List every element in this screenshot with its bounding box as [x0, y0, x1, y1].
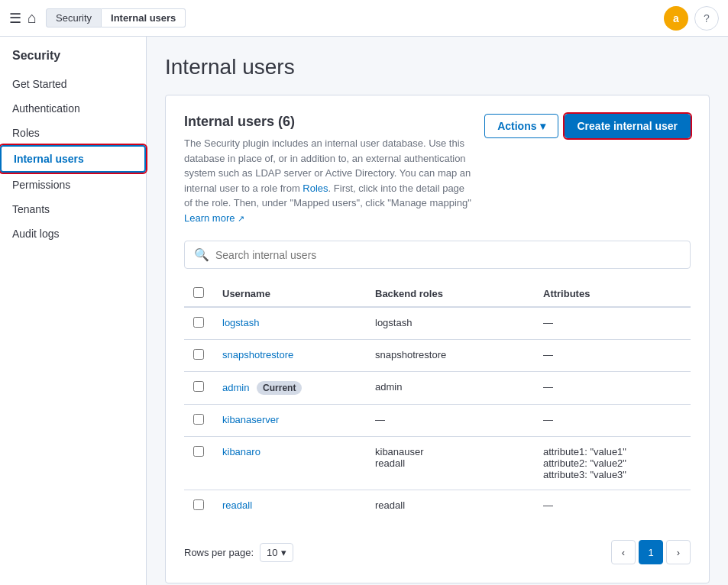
user-link-kibanaro[interactable]: kibanaro: [222, 446, 260, 457]
content-card: Internal users (6) The Security plugin i…: [165, 95, 710, 583]
row-checkbox-cell: [184, 437, 213, 490]
main-content: Internal users Internal users (6) The Se…: [147, 37, 728, 585]
actions-button[interactable]: Actions ▾: [484, 114, 558, 138]
next-page-button[interactable]: ›: [666, 540, 691, 564]
rows-per-page-label: Rows per page:: [184, 547, 254, 558]
rows-per-page-value: 10: [267, 547, 277, 558]
username-cell: logstash: [213, 307, 366, 340]
learn-more-link[interactable]: Learn more: [184, 212, 235, 224]
attributes-cell: —: [534, 405, 691, 437]
rows-per-page: Rows per page: 10 ▾: [184, 543, 293, 562]
sidebar-title: Security: [0, 49, 146, 72]
search-input[interactable]: [215, 249, 681, 261]
card-description: The Security plugin includes an internal…: [184, 136, 472, 225]
backend-roles-cell: —: [366, 405, 534, 437]
username-cell: admin Current: [213, 372, 366, 405]
row-checkbox-cell: [184, 340, 213, 372]
table-row: readall readall —: [184, 490, 691, 522]
row-checkbox[interactable]: [193, 349, 204, 360]
page-1-button[interactable]: 1: [639, 540, 663, 564]
sidebar: Security Get Started Authentication Role…: [0, 37, 147, 585]
user-link-logstash[interactable]: logstash: [222, 317, 259, 328]
backend-roles-cell: readall: [366, 490, 534, 522]
backend-roles-cell: snapshotrestore: [366, 340, 534, 372]
backend-roles-cell: kibanauser readall: [366, 437, 534, 490]
avatar[interactable]: a: [664, 6, 688, 31]
breadcrumb-security[interactable]: Security: [46, 8, 102, 27]
search-bar: 🔍: [184, 241, 691, 269]
chevron-down-icon: ▾: [540, 120, 545, 132]
row-checkbox-cell: [184, 490, 213, 522]
create-internal-user-button[interactable]: Create internal user: [565, 114, 691, 138]
row-checkbox[interactable]: [193, 499, 204, 510]
hamburger-icon[interactable]: ☰: [9, 10, 21, 27]
user-link-kibanaserver[interactable]: kibanaserver: [222, 414, 279, 425]
external-link-icon: ↗: [238, 214, 244, 223]
table-row: kibanaserver — —: [184, 405, 691, 437]
username-cell: readall: [213, 490, 366, 522]
username-cell: kibanaro: [213, 437, 366, 490]
search-icon: 🔍: [194, 247, 209, 262]
attributes-cell: —: [534, 372, 691, 405]
row-checkbox-cell: [184, 405, 213, 437]
layout: Security Get Started Authentication Role…: [0, 37, 728, 585]
card-header-actions: Actions ▾ Create internal user: [484, 114, 691, 138]
pagination: Rows per page: 10 ▾ ‹ 1 ›: [184, 534, 691, 564]
attributes-cell: —: [534, 340, 691, 372]
table-col-backend-roles: Backend roles: [366, 281, 534, 307]
backend-roles-cell: logstash: [366, 307, 534, 340]
row-checkbox[interactable]: [193, 446, 204, 457]
attributes-cell: —: [534, 307, 691, 340]
sidebar-item-audit-logs[interactable]: Audit logs: [0, 221, 146, 246]
top-nav: ☰ ⌂ Security Internal users a ?: [0, 0, 728, 37]
table-row: kibanaro kibanauser readall attribute1: …: [184, 437, 691, 490]
page-title: Internal users: [165, 55, 710, 79]
home-icon[interactable]: ⌂: [28, 9, 37, 27]
row-checkbox[interactable]: [193, 317, 204, 328]
table-row: admin Current admin —: [184, 372, 691, 405]
table-row: logstash logstash —: [184, 307, 691, 340]
user-link-admin[interactable]: admin: [222, 382, 249, 393]
sidebar-item-authentication[interactable]: Authentication: [0, 96, 146, 121]
table-body: logstash logstash — snapshotrestore: [184, 307, 691, 522]
prev-page-button[interactable]: ‹: [611, 540, 636, 564]
help-icon[interactable]: ?: [694, 6, 719, 31]
row-checkbox[interactable]: [193, 414, 204, 425]
page-controls: ‹ 1 ›: [611, 540, 691, 564]
sidebar-item-internal-users[interactable]: Internal users: [0, 145, 146, 173]
sidebar-item-tenants[interactable]: Tenants: [0, 197, 146, 221]
current-badge: Current: [257, 381, 302, 395]
select-all-checkbox[interactable]: [193, 287, 204, 298]
card-title: Internal users (6): [184, 114, 472, 130]
username-cell: kibanaserver: [213, 405, 366, 437]
user-link-snapshotrestore[interactable]: snapshotrestore: [222, 349, 293, 360]
sidebar-item-get-started[interactable]: Get Started: [0, 72, 146, 96]
table-header: Username Backend roles Attributes: [184, 281, 691, 307]
breadcrumb: Security Internal users: [46, 8, 186, 27]
chevron-down-icon: ▾: [281, 547, 286, 558]
sidebar-item-permissions[interactable]: Permissions: [0, 173, 146, 197]
row-checkbox-cell: [184, 372, 213, 405]
row-checkbox[interactable]: [193, 381, 204, 392]
breadcrumb-internal-users[interactable]: Internal users: [102, 8, 186, 27]
user-link-readall[interactable]: readall: [222, 499, 252, 511]
rows-per-page-select[interactable]: 10 ▾: [260, 543, 293, 562]
table-row: snapshotrestore snapshotrestore —: [184, 340, 691, 372]
attributes-cell: —: [534, 490, 691, 522]
table-col-attributes: Attributes: [534, 281, 691, 307]
username-cell: snapshotrestore: [213, 340, 366, 372]
roles-link[interactable]: Roles: [303, 183, 328, 194]
attributes-cell: attribute1: "value1" attribute2: "value2…: [534, 437, 691, 490]
sidebar-item-roles[interactable]: Roles: [0, 121, 146, 145]
row-checkbox-cell: [184, 307, 213, 340]
backend-roles-cell: admin: [366, 372, 534, 405]
card-header-content: Internal users (6) The Security plugin i…: [184, 114, 472, 225]
table-col-username: Username: [213, 281, 366, 307]
users-table: Username Backend roles Attributes logsta…: [184, 281, 691, 522]
actions-label: Actions: [497, 120, 536, 132]
table-header-checkbox: [184, 281, 213, 307]
card-header: Internal users (6) The Security plugin i…: [184, 114, 691, 225]
